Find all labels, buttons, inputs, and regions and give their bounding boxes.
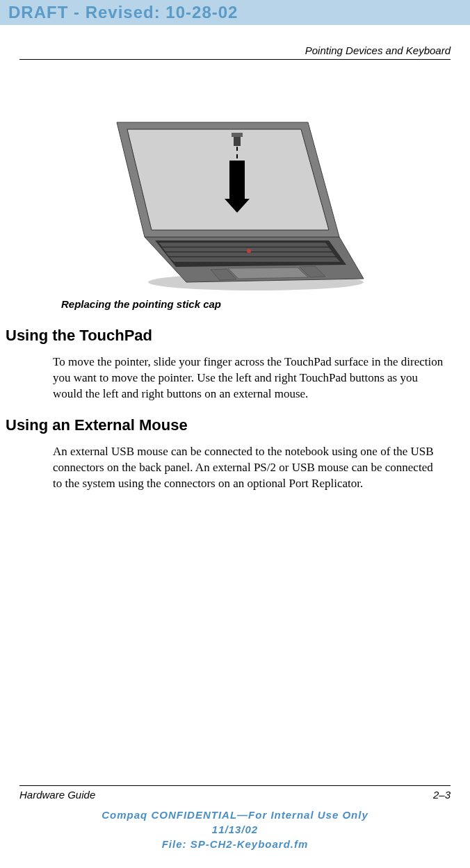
page-header: Pointing Devices and Keyboard — [19, 44, 451, 60]
svg-rect-4 — [229, 161, 245, 199]
laptop-illustration — [103, 98, 367, 293]
body-text-touchpad: To move the pointer, slide your finger a… — [53, 354, 444, 402]
footer-line: Hardware Guide 2–3 — [19, 785, 451, 801]
confidential-line-3: File: SP-CH2-Keyboard.fm — [19, 837, 451, 851]
confidential-line-2: 11/13/02 — [19, 822, 451, 837]
section-heading-mouse: Using an External Mouse — [6, 416, 451, 434]
footer-page-number: 2–3 — [433, 789, 451, 801]
body-text-mouse: An external USB mouse can be connected t… — [53, 444, 444, 492]
section-heading-touchpad: Using the TouchPad — [6, 327, 451, 345]
svg-rect-1 — [234, 136, 241, 146]
page-footer: Hardware Guide 2–3 Compaq CONFIDENTIAL—F… — [19, 785, 451, 851]
svg-rect-2 — [232, 133, 243, 137]
svg-point-6 — [247, 249, 251, 253]
figure-container — [19, 98, 451, 293]
draft-banner: DRAFT - Revised: 10-28-02 — [0, 0, 470, 25]
footer-confidential: Compaq CONFIDENTIAL—For Internal Use Onl… — [19, 808, 451, 851]
page-content: Replacing the pointing stick cap Using t… — [0, 98, 470, 492]
figure-caption: Replacing the pointing stick cap — [61, 298, 451, 310]
chapter-title: Pointing Devices and Keyboard — [19, 44, 451, 60]
footer-guide-name: Hardware Guide — [19, 789, 95, 801]
confidential-line-1: Compaq CONFIDENTIAL—For Internal Use Onl… — [19, 808, 451, 822]
